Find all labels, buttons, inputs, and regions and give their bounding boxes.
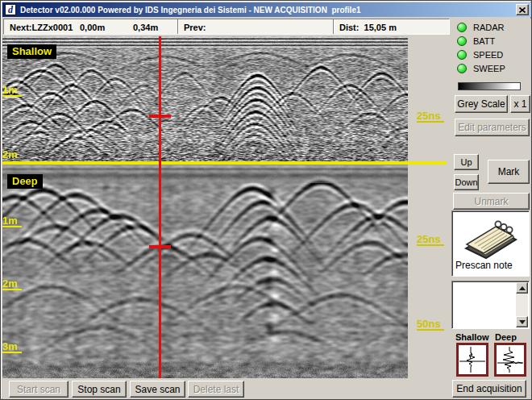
bottom-toolbar: Start scan Stop scan Save scan Delete la… [2, 378, 451, 399]
close-icon [519, 7, 526, 13]
speed-led-icon [457, 50, 467, 60]
app-icon: d [5, 4, 16, 15]
down-button[interactable]: Down [454, 174, 479, 190]
save-scan-button[interactable]: Save scan [130, 381, 185, 398]
shallow-waveform-icon [459, 345, 486, 374]
depth-mark-shallow-2m: 2m [2, 149, 22, 161]
panel-separator-line [2, 161, 447, 165]
scan-cursor-line[interactable] [159, 36, 161, 378]
depth-mark-deep-1m: 1m [2, 215, 22, 227]
window-title: Detector v02.00.000 Powered by IDS Ingeg… [20, 6, 361, 15]
prescan-note-box[interactable]: Prescan note [451, 210, 530, 277]
zoom-x1-button[interactable]: x 1 [510, 95, 530, 113]
arrow-up-icon [519, 286, 526, 290]
distance-value: Dist: 15,05 m [339, 23, 397, 32]
status-speed: SPEED [457, 49, 503, 60]
depth-mark-deep-3m: 3m [2, 341, 22, 353]
thumb-shallow-label: Shallow [455, 332, 489, 342]
deep-waveform-thumb[interactable] [494, 343, 526, 377]
edit-parameters-button: Edit parameters [455, 119, 530, 136]
info-separator [333, 19, 335, 34]
sweep-led-icon [457, 64, 467, 73]
position-value-2: 0,34m [133, 23, 158, 32]
cursor-tick-deep [149, 245, 171, 248]
note-list-box[interactable] [451, 281, 530, 329]
depth-mark-deep-2m: 2m [2, 278, 22, 290]
notebook-icon [461, 215, 519, 260]
info-separator [177, 19, 179, 34]
time-mark-deep-50ns: 50ns [417, 319, 444, 331]
up-button[interactable]: Up [454, 154, 479, 170]
deep-radargram[interactable] [2, 165, 408, 378]
mark-button[interactable]: Mark [488, 160, 530, 184]
deep-waveform-icon [497, 345, 524, 374]
time-mark-deep-25ns: 25ns [417, 234, 444, 246]
shallow-radargram[interactable] [2, 36, 408, 161]
info-bar: Next:LZZx0001 0,00m 0,34m Prev: Dist: 15… [3, 19, 450, 35]
start-scan-button: Start scan [9, 381, 69, 398]
deep-panel-label: Deep [7, 174, 43, 189]
shallow-panel-label: Shallow [7, 44, 56, 59]
delete-last-button: Delete last [188, 381, 244, 398]
arrow-down-icon [519, 320, 526, 324]
cursor-tick-shallow [149, 115, 171, 118]
prev-label: Prev: [184, 23, 206, 32]
prescan-note-label: Prescan note [455, 260, 513, 271]
time-mark-shallow-25ns: 25ns [417, 110, 444, 123]
next-scan-name: Next:LZZx0001 [10, 23, 73, 32]
close-button[interactable] [516, 4, 529, 15]
scan-area[interactable] [2, 36, 408, 378]
status-radar: RADAR [457, 22, 505, 32]
greyscale-gradient-bar [458, 82, 521, 90]
app-window: d Detector v02.00.000 Powered by IDS Ing… [0, 0, 532, 400]
depth-mark-shallow-1m: 1m [2, 85, 22, 97]
unmark-button: Unmark [453, 193, 530, 210]
grey-scale-button[interactable]: Grey Scale [455, 95, 508, 113]
batt-led-icon [457, 36, 467, 46]
status-batt: BATT [457, 35, 495, 46]
sidebar: RADAR BATT SPEED SWEEP Grey Scale x 1 Ed… [451, 19, 531, 399]
shallow-waveform-thumb[interactable] [456, 343, 488, 377]
radar-led-icon [457, 23, 467, 32]
scrollbar[interactable] [516, 282, 528, 327]
thumb-deep-label: Deep [495, 332, 517, 342]
titlebar[interactable]: d Detector v02.00.000 Powered by IDS Ing… [2, 2, 531, 17]
stop-scan-button[interactable]: Stop scan [72, 381, 127, 398]
scroll-up-button[interactable] [516, 282, 528, 294]
status-sweep: SWEEP [457, 63, 505, 73]
position-value-1: 0,00m [80, 23, 105, 32]
end-acquisition-button[interactable]: End acquisition [452, 380, 526, 398]
scroll-down-button[interactable] [516, 316, 528, 327]
